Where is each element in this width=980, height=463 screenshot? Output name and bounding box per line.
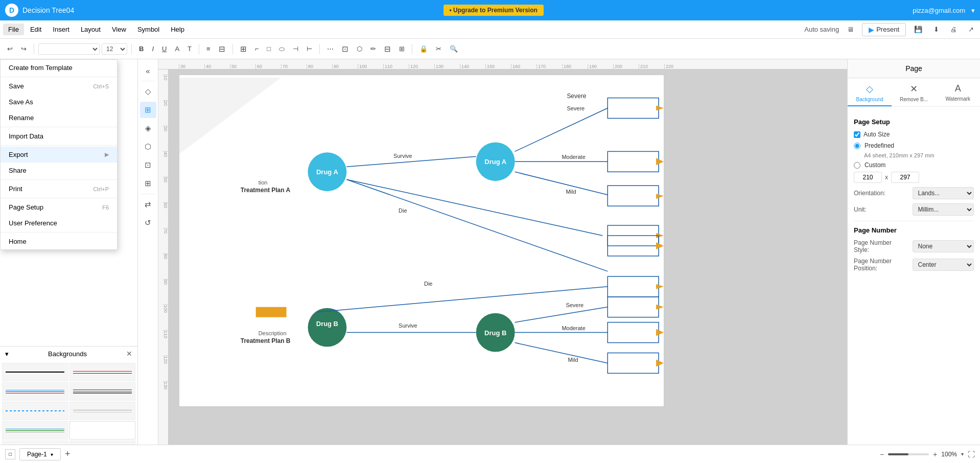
page-number-style-select[interactable]: None	[913, 240, 974, 252]
save-as-label: Save As	[9, 98, 33, 106]
style2-button[interactable]: ⊡	[339, 43, 352, 55]
toolbar-separator-4	[232, 44, 233, 54]
page-number-position-select[interactable]: Center Left Right	[913, 259, 974, 271]
swap-icon[interactable]: ⇄	[140, 196, 156, 213]
menu-insert[interactable]: Insert	[48, 24, 75, 35]
ellipse-button[interactable]: ⬭	[276, 43, 288, 55]
print-icon[interactable]: 🖨	[947, 24, 960, 35]
bg-item-5[interactable]	[2, 402, 68, 420]
rectangle-button[interactable]: □	[264, 43, 274, 54]
backgrounds-header[interactable]: ▾ Backgrounds ✕	[0, 346, 137, 361]
menu-save-as[interactable]: Save As	[1, 94, 117, 110]
save-icon[interactable]: 💾	[911, 24, 925, 35]
menu-file[interactable]: File	[3, 24, 24, 35]
search-toolbar-button[interactable]: 🔍	[447, 43, 461, 54]
width-input[interactable]	[854, 172, 882, 183]
predefined-radio[interactable]	[854, 143, 860, 149]
border-button[interactable]: ⊞	[396, 43, 408, 54]
image-library-icon[interactable]: ⊡	[140, 157, 156, 173]
bg-item-8[interactable]	[69, 421, 136, 439]
bg-item-6[interactable]	[69, 402, 136, 420]
add-page-button[interactable]: +	[65, 449, 71, 459]
bg-item-3[interactable]	[2, 382, 68, 401]
menu-view[interactable]: View	[107, 24, 131, 35]
text-style-button[interactable]: T	[184, 43, 195, 54]
component-icon[interactable]: ⬡	[140, 138, 156, 155]
history-icon[interactable]: ↺	[140, 215, 156, 231]
line-width-button[interactable]: ⊟	[381, 43, 394, 55]
shape-library-icon[interactable]: ◇	[140, 83, 156, 100]
bg-item-2[interactable]	[69, 363, 136, 381]
underline-button[interactable]: U	[159, 43, 170, 54]
menu-edit[interactable]: Edit	[25, 24, 46, 35]
italic-button[interactable]: I	[149, 43, 157, 54]
font-family-select[interactable]	[38, 43, 100, 55]
zoom-dropdown-arrow[interactable]: ▾	[961, 451, 964, 457]
height-input[interactable]	[891, 172, 919, 183]
undo-button[interactable]: ↩	[4, 43, 16, 54]
redo-button[interactable]: ↪	[18, 43, 30, 54]
pen-button[interactable]: ✏	[367, 43, 379, 54]
share-icon[interactable]: ↗	[965, 24, 977, 35]
layers-icon[interactable]: ◈	[140, 120, 156, 136]
menu-print[interactable]: Print Ctrl+P	[1, 181, 117, 197]
side-sep-1	[141, 81, 155, 81]
bg-item-7[interactable]	[2, 421, 68, 439]
bg-item-1[interactable]	[2, 363, 68, 381]
text-box-button[interactable]: ⊞	[237, 43, 250, 55]
scissors-button[interactable]: ✂	[433, 43, 445, 54]
zoom-in-button[interactable]: +	[933, 450, 937, 458]
canvas-area[interactable]: 30 40 50 60 70 80 90 100 110 120 130 140…	[158, 59, 847, 463]
font-color-button[interactable]: A	[172, 43, 182, 54]
zoom-slider[interactable]	[888, 453, 929, 455]
group-icon[interactable]: ⊞	[140, 175, 156, 192]
svg-text:Survive: Survive	[399, 322, 417, 329]
tab-background[interactable]: ◇ Background	[848, 78, 892, 106]
menu-export[interactable]: Export ▶	[1, 147, 117, 163]
menu-layout[interactable]: Layout	[76, 24, 106, 35]
tab-watermark[interactable]: A Watermark	[936, 78, 980, 106]
upgrade-button[interactable]: • Upgrade to Premium Version	[444, 5, 544, 16]
align-center-button[interactable]: ⊟	[216, 43, 228, 55]
download-icon[interactable]: ⬇	[930, 24, 942, 35]
line-start-button[interactable]: ⊢	[304, 43, 315, 54]
font-size-select[interactable]: 12	[102, 43, 127, 55]
menu-symbol[interactable]: Symbol	[132, 24, 165, 35]
connector-button[interactable]: ⌐	[252, 43, 262, 54]
align-left-button[interactable]: ≡	[203, 43, 214, 54]
user-dropdown-arrow[interactable]: ▾	[971, 7, 975, 14]
line-end-button[interactable]: ⊣	[290, 43, 301, 54]
backgrounds-close-icon[interactable]: ✕	[126, 350, 132, 358]
fmd-sep-1	[1, 77, 117, 77]
custom-radio[interactable]	[854, 162, 860, 169]
menu-save[interactable]: Save Ctrl+S	[1, 78, 117, 94]
orientation-select[interactable]: Lands... Portrait	[913, 187, 974, 199]
screen-icon[interactable]: 🖥	[844, 24, 857, 35]
style-dots-button[interactable]: ⋯	[324, 43, 337, 54]
menu-user-preference[interactable]: User Preference	[1, 215, 117, 231]
canvas-content[interactable]: Severe Drug A Treatment Plan A tion Drug…	[169, 70, 847, 463]
menu-create-template[interactable]: Create from Template	[1, 60, 117, 76]
page-tab-1[interactable]: Page-1 ▾	[19, 448, 61, 460]
menu-share[interactable]: Share	[1, 163, 117, 178]
lock-button[interactable]: 🔒	[416, 43, 431, 54]
menu-page-setup[interactable]: Page Setup F6	[1, 199, 117, 215]
canvas-page[interactable]: Severe Drug A Treatment Plan A tion Drug…	[179, 75, 664, 407]
collapse-left-icon[interactable]: «	[140, 62, 156, 79]
present-button[interactable]: ▶ Present	[862, 23, 906, 36]
menu-help[interactable]: Help	[166, 24, 190, 35]
unit-select[interactable]: Millim... Inches Pixels	[913, 203, 974, 216]
menu-rename[interactable]: Rename	[1, 110, 117, 126]
menu-import-data[interactable]: Import Data	[1, 128, 117, 144]
fullscreen-button[interactable]: ⛶	[968, 450, 975, 458]
grid-view-icon[interactable]: ⊞	[140, 102, 156, 118]
fill-button[interactable]: ⬡	[354, 43, 365, 54]
menu-home[interactable]: Home	[1, 234, 117, 249]
tab-remove-background[interactable]: ✕ Remove B...	[892, 78, 936, 106]
page-tab-dropdown[interactable]: ▾	[51, 452, 53, 457]
zoom-out-button[interactable]: −	[880, 450, 884, 458]
bold-button[interactable]: B	[136, 43, 147, 54]
auto-size-checkbox[interactable]	[854, 131, 860, 138]
bg-item-4[interactable]	[69, 382, 136, 401]
page-number-position-label: Page Number Position:	[854, 258, 908, 272]
